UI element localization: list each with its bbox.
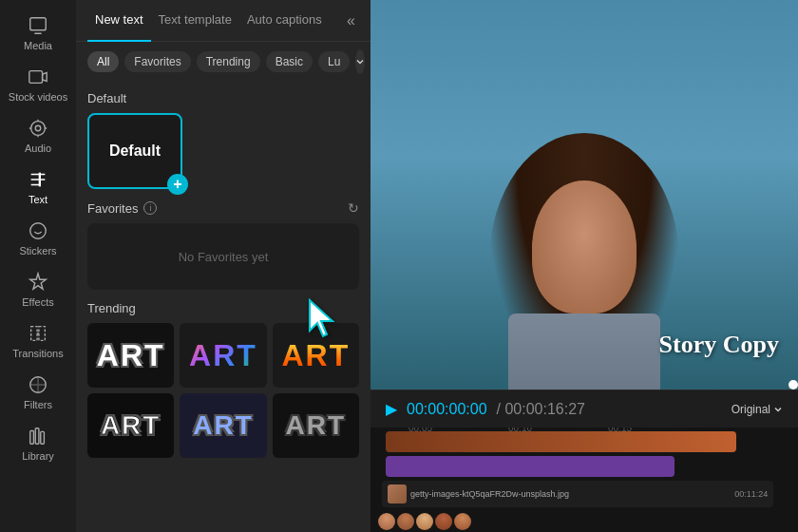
svg-point-2: [31, 122, 46, 136]
filter-basic[interactable]: Basic: [266, 51, 313, 72]
sidebar-label-effects: Effects: [22, 296, 53, 308]
sidebar-label-filters: Filters: [24, 399, 52, 410]
svg-rect-8: [41, 431, 45, 444]
sidebar-item-stock-videos[interactable]: Stock videos: [4, 59, 72, 110]
track-filename: getty-images-ktQ5qaFR2Dw-unsplash.jpg: [410, 489, 569, 499]
tab-auto-captions[interactable]: Auto captions: [239, 0, 330, 42]
sidebar-item-media[interactable]: Media: [4, 8, 72, 59]
play-button[interactable]: ▶: [386, 400, 397, 418]
media-icon: [28, 15, 48, 36]
content-area: Default Default + Favorites i ↻ No Favor…: [76, 82, 370, 532]
body-shape: [508, 314, 660, 390]
effects-icon: [28, 272, 48, 293]
default-card-label: Default: [109, 142, 161, 160]
sidebar-label-stickers: Stickers: [19, 245, 56, 256]
filter-lu[interactable]: Lu: [318, 51, 350, 72]
controls-bar: ▶ 00:00:00:00 / 00:00:16:27 Original: [370, 390, 798, 428]
tab-new-text[interactable]: New text: [87, 0, 151, 42]
filter-trending[interactable]: Trending: [197, 51, 260, 72]
quality-label: Original: [732, 403, 770, 416]
svg-point-4: [30, 223, 47, 239]
quality-button[interactable]: Original: [732, 403, 783, 416]
svg-rect-6: [30, 431, 34, 445]
trending-card-1[interactable]: ART: [87, 323, 174, 388]
timeline-tracks: getty-images-ktQ5qaFR2Dw-unsplash.jpg 00…: [370, 428, 798, 511]
audio-track[interactable]: [386, 456, 674, 477]
filter-dropdown-button[interactable]: [355, 49, 365, 74]
text-panel: New text Text template Auto captions « A…: [76, 0, 370, 532]
trending-card-1-label: ART: [97, 338, 165, 373]
sidebar-label-transitions: Transitions: [12, 348, 63, 359]
trending-card-5[interactable]: ART: [180, 393, 266, 458]
audio-icon: [28, 118, 48, 139]
sidebar-item-library[interactable]: Library: [4, 418, 72, 469]
track-duration: 00:11:24: [734, 489, 768, 499]
sidebar-label-audio: Audio: [25, 142, 51, 154]
trending-card-4[interactable]: ART: [87, 393, 174, 458]
sidebar-item-text[interactable]: Text: [4, 162, 72, 213]
sidebar-item-stickers[interactable]: Stickers: [4, 213, 72, 264]
trending-card-2[interactable]: ART: [180, 323, 266, 388]
sidebar-label-library: Library: [22, 450, 54, 462]
library-icon: [28, 426, 48, 446]
sidebar-item-transitions[interactable]: Transitions: [4, 315, 72, 367]
favorites-empty-message: No Favorites yet: [179, 250, 269, 264]
tab-more-button[interactable]: «: [343, 9, 359, 33]
timeline-mark-1: 00:05: [408, 428, 432, 433]
avatar-4: [435, 513, 452, 530]
avatar-5: [454, 513, 471, 530]
quality-chevron-icon: [773, 405, 783, 414]
video-track[interactable]: [386, 431, 736, 452]
timeline-scrubber[interactable]: [788, 380, 798, 390]
sidebar-item-effects[interactable]: Effects: [4, 264, 72, 315]
time-current: 00:00:00:00: [407, 401, 487, 418]
face-shape: [532, 180, 636, 314]
video-preview[interactable]: Story Copy: [370, 0, 798, 390]
sidebar: Media Stock videos Audio Text Stickers E…: [0, 0, 76, 532]
svg-rect-1: [29, 71, 43, 84]
avatar-1: [378, 513, 395, 530]
track-thumbnail: [388, 484, 407, 504]
story-copy-overlay: Story Copy: [659, 331, 779, 359]
sidebar-label-media: Media: [24, 40, 52, 51]
favorites-section-header: Favorites i ↻: [87, 200, 359, 216]
filter-bar: All Favorites Trending Basic Lu: [76, 42, 370, 82]
favorites-empty-state: No Favorites yet: [87, 223, 359, 290]
trending-card-4-label: ART: [101, 410, 162, 441]
timeline-mark-3: 00:15: [608, 428, 632, 433]
sidebar-item-audio[interactable]: Audio: [4, 110, 72, 162]
image-track[interactable]: getty-images-ktQ5qaFR2Dw-unsplash.jpg 00…: [382, 481, 773, 507]
favorites-title: Favorites: [87, 201, 138, 216]
svg-rect-0: [30, 18, 47, 30]
tab-text-template[interactable]: Text template: [151, 0, 239, 42]
text-icon: [28, 169, 48, 190]
trending-grid: ART ART ART ART ART ART: [87, 323, 359, 458]
trending-card-3[interactable]: ART: [273, 323, 359, 388]
stickers-icon: [28, 220, 48, 241]
add-default-text-button[interactable]: +: [167, 174, 188, 195]
default-text-card[interactable]: Default +: [87, 113, 182, 189]
trending-card-2-label: ART: [189, 338, 257, 373]
filter-all[interactable]: All: [87, 51, 119, 72]
sidebar-item-filters[interactable]: Filters: [4, 367, 72, 418]
tab-bar: New text Text template Auto captions «: [76, 0, 370, 42]
filters-icon: [28, 374, 48, 395]
timeline-mark-2: 00:10: [508, 428, 532, 433]
avatar-2: [397, 513, 414, 530]
trending-card-6[interactable]: ART: [273, 393, 359, 458]
preview-panel: Story Copy ▶ 00:00:00:00 / 00:00:16:27 O…: [370, 0, 798, 532]
trending-section-title: Trending: [87, 301, 359, 315]
chevron-down-icon: [355, 57, 365, 66]
favorites-info-icon[interactable]: i: [143, 201, 157, 215]
transitions-icon: [28, 323, 48, 344]
sidebar-label-text: Text: [28, 194, 48, 205]
refresh-button[interactable]: ↻: [348, 200, 359, 216]
trending-card-6-label: ART: [286, 410, 347, 441]
default-section-title: Default: [87, 91, 359, 105]
stock-videos-icon: [28, 66, 48, 87]
time-total: / 00:00:16:27: [497, 401, 585, 418]
svg-rect-7: [35, 428, 39, 445]
trending-card-5-label: ART: [193, 410, 254, 441]
avatar-row: [370, 511, 798, 532]
filter-favorites[interactable]: Favorites: [124, 51, 190, 72]
